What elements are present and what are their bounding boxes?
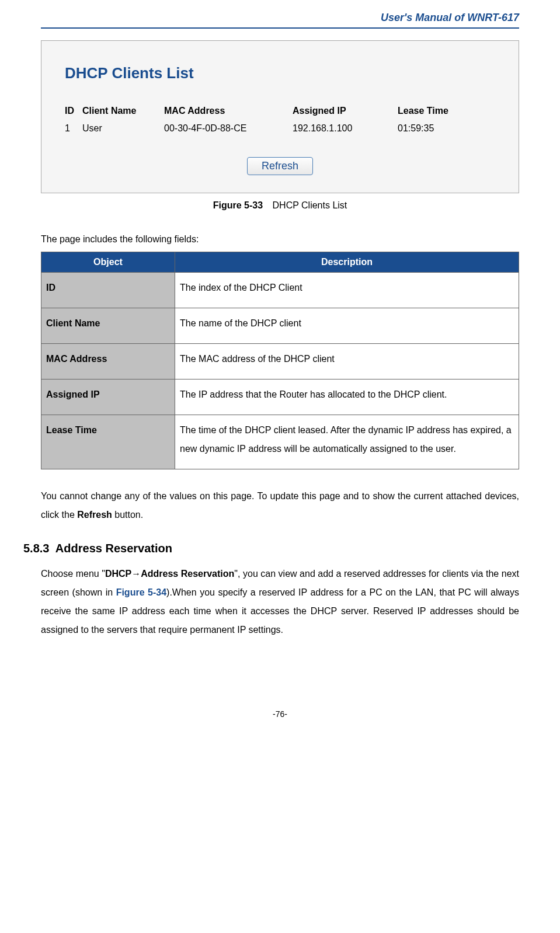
col-header-lease: Lease Time — [398, 106, 495, 116]
dhcp-client-table: ID Client Name MAC Address Assigned IP L… — [59, 106, 501, 134]
section-title: Address Reservation — [55, 542, 172, 555]
figure-label: Figure 5-33 — [213, 200, 263, 210]
menu-path-bold: DHCP→Address Reservation — [105, 569, 234, 579]
page-header: User's Manual of WNRT-617 — [41, 12, 519, 29]
figure-title: DHCP Clients List — [273, 200, 347, 210]
table-row: 1 User 00-30-4F-0D-88-CE 192.168.1.100 0… — [65, 123, 495, 134]
desc-cell: The index of the DHCP Client — [175, 273, 519, 308]
table-row: Lease Time The time of the DHCP client l… — [41, 415, 519, 469]
figure-link[interactable]: Figure 5-34 — [116, 587, 166, 597]
cell-lease: 01:59:35 — [398, 123, 495, 134]
intro-text: The page includes the following fields: — [41, 234, 519, 245]
obj-cell: Assigned IP — [41, 380, 175, 415]
section-number: 5.8.3 — [23, 542, 49, 555]
refresh-bold: Refresh — [77, 510, 112, 520]
refresh-button-wrap: Refresh — [59, 157, 501, 175]
para-text: button. — [112, 510, 143, 520]
section-heading: 5.8.3 Address Reservation — [23, 542, 519, 555]
description-table: Object Description ID The index of the D… — [41, 252, 519, 469]
col-header-name: Client Name — [82, 106, 164, 116]
desc-cell: The name of the DHCP client — [175, 308, 519, 344]
obj-cell: Client Name — [41, 308, 175, 344]
obj-cell: MAC Address — [41, 344, 175, 380]
col-header-id: ID — [65, 106, 82, 116]
cell-ip: 192.168.1.100 — [293, 123, 398, 134]
table-header-row: ID Client Name MAC Address Assigned IP L… — [65, 106, 495, 116]
cell-mac: 00-30-4F-0D-88-CE — [164, 123, 293, 134]
desc-cell: The IP address that the Router has alloc… — [175, 380, 519, 415]
table-row: ID The index of the DHCP Client — [41, 273, 519, 308]
obj-cell: Lease Time — [41, 415, 175, 469]
dhcp-screenshot-panel: DHCP Clients List ID Client Name MAC Add… — [41, 40, 519, 193]
refresh-button[interactable]: Refresh — [247, 157, 313, 175]
header-object: Object — [41, 252, 175, 273]
header-description: Description — [175, 252, 519, 273]
obj-cell: ID — [41, 273, 175, 308]
paragraph-refresh-note: You cannot change any of the values on t… — [41, 487, 519, 524]
col-header-mac: MAC Address — [164, 106, 293, 116]
paragraph-address-reservation: Choose menu "DHCP→Address Reservation", … — [41, 565, 519, 639]
page-number: -76- — [41, 709, 519, 719]
cell-name: User — [82, 123, 164, 134]
figure-caption: Figure 5-33 DHCP Clients List — [41, 200, 519, 211]
table-row: MAC Address The MAC address of the DHCP … — [41, 344, 519, 380]
table-row: Assigned IP The IP address that the Rout… — [41, 380, 519, 415]
manual-title: User's Manual of WNRT-617 — [381, 12, 519, 23]
desc-table-header-row: Object Description — [41, 252, 519, 273]
dhcp-panel-title: DHCP Clients List — [59, 64, 501, 82]
table-row: Client Name The name of the DHCP client — [41, 308, 519, 344]
cell-id: 1 — [65, 123, 82, 134]
desc-cell: The time of the DHCP client leased. Afte… — [175, 415, 519, 469]
desc-cell: The MAC address of the DHCP client — [175, 344, 519, 380]
para-text: Choose menu " — [41, 569, 105, 579]
col-header-ip: Assigned IP — [293, 106, 398, 116]
